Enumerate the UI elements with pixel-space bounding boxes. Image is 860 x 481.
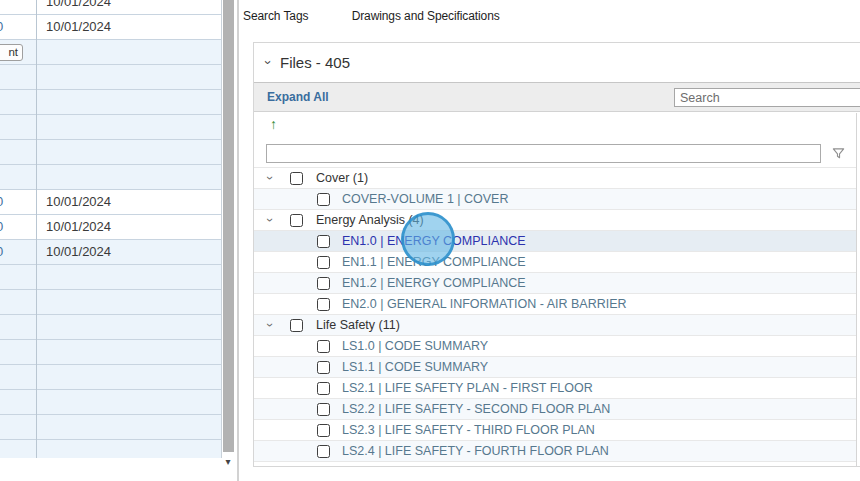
files-panel-header: › Files - 405 — [254, 43, 860, 82]
tree-row[interactable]: › EN1.0 | ENERGY COMPLIANCE — [254, 230, 856, 251]
caret-down-icon: ▾ — [225, 456, 230, 467]
top-nav: Search Tags Drawings and Specifications — [243, 9, 500, 23]
table-row — [0, 90, 222, 115]
tree-label[interactable]: LS2.4 | LIFE SAFETY - FOURTH FLOOR PLAN — [342, 441, 609, 462]
column-divider — [36, 0, 37, 458]
tree-checkbox[interactable] — [290, 214, 303, 227]
collapse-section-chevron-icon[interactable]: › — [261, 60, 276, 64]
tree-label[interactable]: Cover (1) — [316, 168, 368, 189]
tree-label[interactable]: LS1.0 | CODE SUMMARY — [342, 336, 488, 357]
table-row — [0, 265, 222, 290]
table-row: 0 10/01/2024 — [0, 15, 222, 40]
row-date: 10/01/2024 — [46, 15, 111, 39]
tree-label[interactable]: LS2.2 | LIFE SAFETY - SECOND FLOOR PLAN — [342, 399, 610, 420]
tree-checkbox[interactable] — [317, 340, 330, 353]
table-row: 0 10/01/2024 — [0, 190, 222, 215]
row-date: 10/01/2024 — [46, 215, 111, 239]
table-row: nt — [0, 40, 222, 65]
filter-input[interactable] — [266, 144, 821, 163]
table-row: 10/01/2024 — [0, 0, 222, 15]
chevron-down-icon[interactable]: › — [263, 218, 277, 222]
table-row — [0, 165, 222, 190]
table-row — [0, 415, 222, 440]
tree-row[interactable]: › Cover (1) — [254, 167, 856, 188]
chevron-down-icon[interactable]: › — [263, 323, 277, 327]
tree-checkbox[interactable] — [317, 298, 330, 311]
sort-up-arrow-icon[interactable]: ↑ — [270, 116, 277, 132]
tree-row[interactable]: › EN2.0 | GENERAL INFORMATION - AIR BARR… — [254, 293, 856, 314]
tree-row[interactable]: › EN1.1 | ENERGY COMPLIANCE — [254, 251, 856, 272]
tree-row[interactable]: › LS2.3 | LIFE SAFETY - THIRD FLOOR PLAN — [254, 419, 856, 440]
tree-checkbox[interactable] — [317, 277, 330, 290]
tree-checkbox[interactable] — [317, 382, 330, 395]
table-row: 0 10/01/2024 — [0, 215, 222, 240]
files-section-title: Files - 405 — [280, 54, 350, 71]
row-number-link[interactable]: 0 — [0, 190, 3, 214]
tree-row[interactable]: › LS1.1 | CODE SUMMARY — [254, 356, 856, 377]
table-row — [0, 390, 222, 415]
files-panel: › Files - 405 Expand All ↑ › Cover (1) ›… — [253, 42, 860, 467]
tree-checkbox[interactable] — [317, 466, 330, 467]
click-indicator-overlay — [401, 212, 455, 266]
table-row — [0, 290, 222, 315]
tree-row[interactable]: › Life Safety (11) — [254, 314, 856, 335]
tree-checkbox[interactable] — [290, 319, 303, 332]
tree-checkbox[interactable] — [317, 235, 330, 248]
filter-funnel-icon[interactable] — [831, 146, 846, 165]
tree-label[interactable]: LS2.1 | LIFE SAFETY PLAN - FIRST FLOOR — [342, 378, 593, 399]
tree-checkbox[interactable] — [290, 172, 303, 185]
search-input[interactable] — [674, 88, 860, 107]
table-row — [0, 340, 222, 365]
tree-label[interactable]: LS3.1 | FIRE RATED ASSEMBLIES — [342, 462, 540, 467]
filter-row — [254, 141, 860, 167]
tree-label[interactable]: EN1.2 | ENERGY COMPLIANCE — [342, 273, 526, 294]
files-tree: › Cover (1) › COVER-VOLUME 1 | COVER › E… — [254, 167, 856, 467]
tree-label[interactable]: EN2.0 | GENERAL INFORMATION - AIR BARRIE… — [342, 294, 627, 315]
scrollbar-down-button[interactable]: ▾ — [222, 455, 234, 471]
tree-scrollbar-divider — [856, 113, 857, 467]
row-badge[interactable]: nt — [0, 44, 23, 61]
sort-row: ↑ — [254, 112, 860, 141]
tree-row[interactable]: › LS2.4 | LIFE SAFETY - FOURTH FLOOR PLA… — [254, 440, 856, 461]
expand-all-link[interactable]: Expand All — [267, 90, 329, 104]
table-row — [0, 365, 222, 390]
tree-row[interactable]: › EN1.2 | ENERGY COMPLIANCE — [254, 272, 856, 293]
tab-search-tags[interactable]: Search Tags — [243, 9, 308, 23]
row-number-link[interactable]: 0 — [0, 15, 3, 39]
chevron-down-icon[interactable]: › — [263, 176, 277, 180]
tree-checkbox[interactable] — [317, 256, 330, 269]
scrollbar-thumb[interactable] — [223, 0, 234, 452]
tree-row[interactable]: › LS2.2 | LIFE SAFETY - SECOND FLOOR PLA… — [254, 398, 856, 419]
files-toolbar: Expand All — [254, 82, 860, 112]
tree-label[interactable]: COVER-VOLUME 1 | COVER — [342, 189, 508, 210]
left-table: 10/01/2024 0 10/01/2024 nt 0 — [0, 0, 222, 458]
tree-checkbox[interactable] — [317, 403, 330, 416]
tree-label[interactable]: LS2.3 | LIFE SAFETY - THIRD FLOOR PLAN — [342, 420, 595, 441]
tree-label[interactable]: Life Safety (11) — [316, 315, 400, 336]
tab-drawings-and-specifications[interactable]: Drawings and Specifications — [352, 9, 500, 23]
left-table-rows: 10/01/2024 0 10/01/2024 nt 0 — [0, 0, 222, 458]
screen: 10/01/2024 0 10/01/2024 nt 0 — [0, 0, 860, 481]
table-row — [0, 115, 222, 140]
table-row — [0, 140, 222, 165]
tree-checkbox[interactable] — [317, 361, 330, 374]
row-date: 10/01/2024 — [46, 240, 111, 264]
row-number-link[interactable]: 0 — [0, 240, 3, 264]
panel-divider — [237, 0, 239, 481]
tree-row[interactable]: › LS1.0 | CODE SUMMARY — [254, 335, 856, 356]
table-row — [0, 440, 222, 458]
left-table-scrollbar[interactable]: ▾ — [222, 0, 234, 481]
tree-checkbox[interactable] — [317, 193, 330, 206]
tree-label[interactable]: LS1.1 | CODE SUMMARY — [342, 357, 488, 378]
tree-row[interactable]: › Energy Analysis (4) — [254, 209, 856, 230]
tree-row[interactable]: › LS2.1 | LIFE SAFETY PLAN - FIRST FLOOR — [254, 377, 856, 398]
table-row — [0, 65, 222, 90]
tree-row[interactable]: › COVER-VOLUME 1 | COVER — [254, 188, 856, 209]
tree-checkbox[interactable] — [317, 445, 330, 458]
tree-row[interactable]: › LS3.1 | FIRE RATED ASSEMBLIES — [254, 461, 856, 467]
table-row — [0, 315, 222, 340]
row-date: 10/01/2024 — [46, 190, 111, 214]
table-row: 0 10/01/2024 — [0, 240, 222, 265]
row-number-link[interactable]: 0 — [0, 215, 3, 239]
tree-checkbox[interactable] — [317, 424, 330, 437]
